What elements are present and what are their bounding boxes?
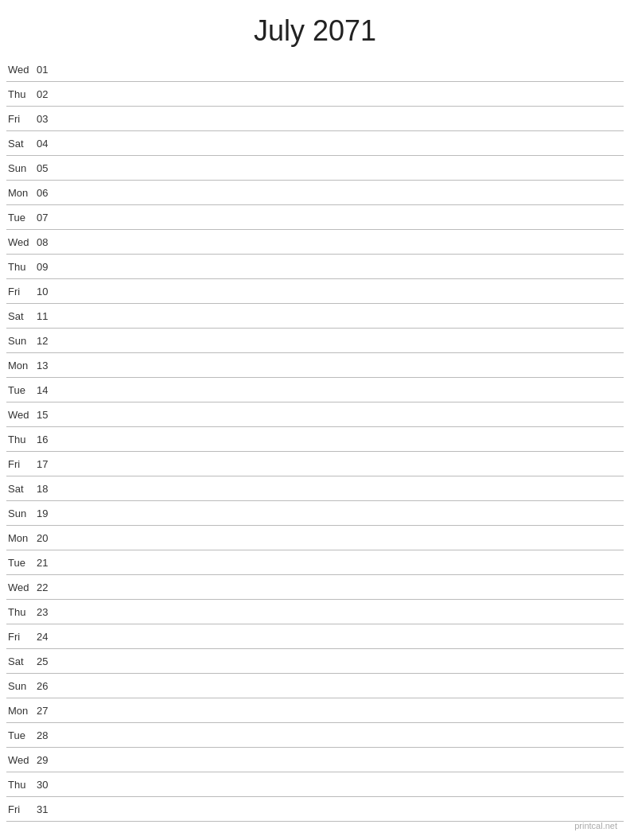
day-row: Wed08 xyxy=(6,230,624,255)
day-line xyxy=(59,686,624,686)
day-row: Sun26 xyxy=(6,674,624,698)
day-name: Sat xyxy=(6,483,37,495)
day-line xyxy=(59,143,624,144)
day-number: 06 xyxy=(37,187,59,199)
day-row: Thu09 xyxy=(6,255,624,279)
calendar-list: Wed01Thu02Fri03Sat04Sun05Mon06Tue07Wed08… xyxy=(0,57,630,822)
day-line xyxy=(59,439,624,440)
day-line xyxy=(59,784,624,785)
day-number: 11 xyxy=(37,310,59,322)
day-row: Fri17 xyxy=(6,452,624,476)
day-number: 28 xyxy=(37,729,59,741)
day-row: Sun19 xyxy=(6,501,624,526)
day-number: 23 xyxy=(37,606,59,618)
day-name: Thu xyxy=(6,434,37,445)
day-name: Sat xyxy=(6,138,37,150)
day-name: Sun xyxy=(6,335,37,347)
day-name: Fri xyxy=(6,286,37,298)
day-name: Sun xyxy=(6,162,37,174)
day-name: Fri xyxy=(6,458,37,470)
day-name: Wed xyxy=(6,754,37,766)
day-line xyxy=(59,636,624,637)
day-number: 02 xyxy=(37,88,59,100)
day-row: Wed29 xyxy=(6,748,624,772)
day-name: Wed xyxy=(6,409,37,421)
day-line xyxy=(59,414,624,415)
day-line xyxy=(59,809,624,810)
day-name: Thu xyxy=(6,779,37,791)
day-number: 26 xyxy=(37,680,59,692)
day-line xyxy=(59,168,624,169)
day-number: 19 xyxy=(37,508,59,519)
day-row: Thu16 xyxy=(6,427,624,452)
day-name: Wed xyxy=(6,581,37,593)
day-number: 30 xyxy=(37,779,59,791)
day-name: Fri xyxy=(6,803,37,815)
day-number: 10 xyxy=(37,286,59,298)
day-number: 07 xyxy=(37,212,59,224)
day-number: 24 xyxy=(37,631,59,643)
day-row: Sat11 xyxy=(6,304,624,329)
day-name: Mon xyxy=(6,705,37,717)
day-row: Sat25 xyxy=(6,649,624,674)
day-row: Thu23 xyxy=(6,600,624,624)
day-row: Mon06 xyxy=(6,181,624,205)
day-row: Tue14 xyxy=(6,378,624,402)
day-row: Mon27 xyxy=(6,698,624,723)
day-number: 27 xyxy=(37,705,59,717)
day-line xyxy=(59,661,624,662)
day-row: Tue21 xyxy=(6,550,624,575)
day-name: Sun xyxy=(6,508,37,519)
day-name: Tue xyxy=(6,729,37,741)
day-number: 03 xyxy=(37,113,59,125)
day-line xyxy=(59,119,624,119)
day-row: Tue07 xyxy=(6,205,624,230)
day-number: 18 xyxy=(37,483,59,495)
day-row: Mon13 xyxy=(6,353,624,378)
day-number: 21 xyxy=(37,557,59,569)
day-number: 17 xyxy=(37,458,59,470)
day-name: Tue xyxy=(6,557,37,569)
day-row: Tue28 xyxy=(6,723,624,748)
day-line xyxy=(59,217,624,218)
footer-credit: printcal.net xyxy=(574,821,617,830)
day-line xyxy=(59,587,624,588)
day-line xyxy=(59,760,624,760)
day-number: 13 xyxy=(37,360,59,371)
day-row: Mon20 xyxy=(6,526,624,550)
day-row: Fri03 xyxy=(6,107,624,131)
day-name: Thu xyxy=(6,606,37,618)
day-line xyxy=(59,291,624,292)
day-row: Fri10 xyxy=(6,279,624,304)
day-line xyxy=(59,94,624,95)
day-line xyxy=(59,69,624,70)
day-row: Thu02 xyxy=(6,82,624,107)
day-name: Tue xyxy=(6,384,37,396)
day-row: Fri31 xyxy=(6,797,624,822)
day-number: 25 xyxy=(37,655,59,667)
day-number: 09 xyxy=(37,261,59,273)
day-name: Fri xyxy=(6,631,37,643)
day-row: Sat04 xyxy=(6,131,624,156)
day-row: Fri24 xyxy=(6,624,624,649)
day-row: Wed01 xyxy=(6,57,624,82)
day-line xyxy=(59,192,624,193)
day-row: Sun05 xyxy=(6,156,624,181)
day-line xyxy=(59,242,624,243)
day-name: Fri xyxy=(6,113,37,125)
day-line xyxy=(59,390,624,391)
page-title: July 2071 xyxy=(0,0,630,57)
day-line xyxy=(59,488,624,489)
day-name: Mon xyxy=(6,532,37,544)
day-line xyxy=(59,464,624,465)
day-name: Thu xyxy=(6,88,37,100)
day-number: 31 xyxy=(37,803,59,815)
day-number: 14 xyxy=(37,384,59,396)
day-name: Wed xyxy=(6,64,37,76)
day-line xyxy=(59,538,624,539)
day-number: 05 xyxy=(37,162,59,174)
day-number: 22 xyxy=(37,581,59,593)
day-name: Sat xyxy=(6,310,37,322)
day-row: Sun12 xyxy=(6,329,624,353)
day-line xyxy=(59,710,624,711)
